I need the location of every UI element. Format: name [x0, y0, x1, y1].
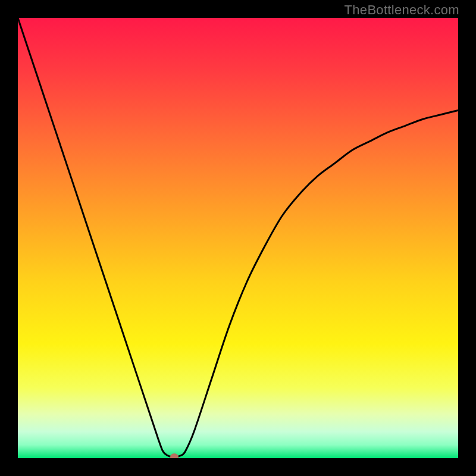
- bottleneck-curve: [18, 18, 458, 458]
- marker-dot: [170, 453, 178, 458]
- watermark-label: TheBottleneck.com: [345, 2, 459, 18]
- plot-area: [18, 18, 458, 458]
- chart-frame: TheBottleneck.com: [0, 0, 476, 476]
